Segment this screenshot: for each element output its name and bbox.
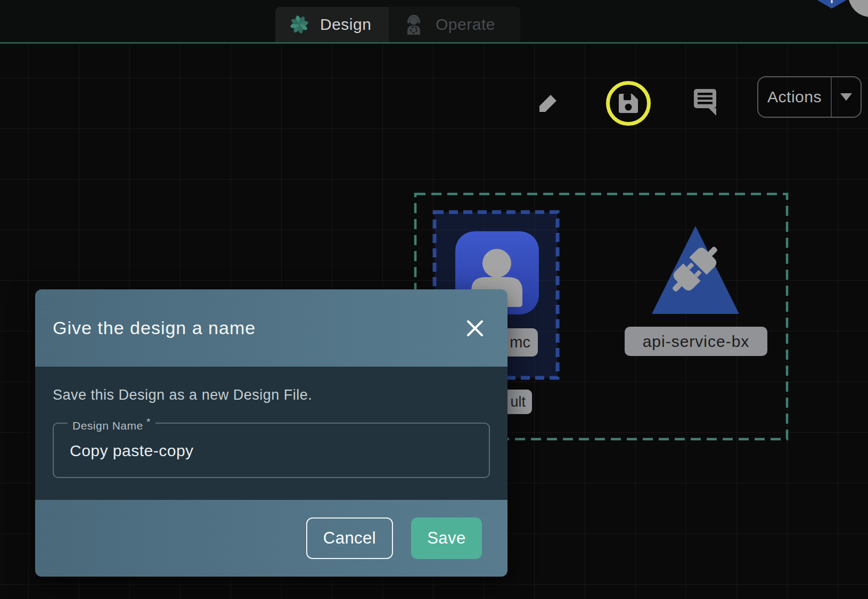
app-window: mc ult api-service-bx Actions bbox=[0, 0, 868, 599]
floppy-save-icon bbox=[616, 91, 641, 116]
tab-operate-label: Operate bbox=[436, 15, 495, 34]
chevron-down-icon bbox=[840, 93, 852, 101]
operator-headset-icon bbox=[403, 13, 425, 36]
actions-button-label: Actions bbox=[758, 88, 831, 106]
save-button[interactable] bbox=[606, 81, 651, 126]
modal-description: Save this Design as a new Design File. bbox=[53, 387, 490, 403]
tab-design[interactable]: Design bbox=[275, 7, 389, 42]
save-design-modal: Give the design a name Save this Design … bbox=[35, 289, 507, 577]
modal-header: Give the design a name bbox=[35, 289, 507, 367]
design-name-input[interactable] bbox=[69, 424, 486, 478]
edit-pencil-icon[interactable] bbox=[536, 92, 560, 115]
actions-dropdown-toggle[interactable] bbox=[832, 93, 861, 101]
top-bar: Design Operate bbox=[0, 0, 868, 42]
close-icon[interactable] bbox=[465, 318, 485, 338]
tab-operate[interactable]: Operate bbox=[389, 7, 520, 42]
modal-body: Save this Design as a new Design File. D… bbox=[35, 367, 507, 500]
actions-button[interactable]: Actions bbox=[757, 76, 862, 118]
topbar-underline bbox=[0, 42, 868, 44]
cancel-button[interactable]: Cancel bbox=[306, 517, 393, 559]
modal-footer: Cancel Save bbox=[35, 500, 507, 577]
design-name-field: Design Name * bbox=[53, 423, 490, 478]
save-confirm-button[interactable]: Save bbox=[411, 517, 482, 559]
mode-tabs: Design Operate bbox=[275, 7, 520, 42]
meshery-logo-icon bbox=[289, 14, 309, 35]
avatar[interactable] bbox=[848, 0, 868, 17]
modal-title: Give the design a name bbox=[53, 318, 256, 338]
plug-icon bbox=[666, 240, 724, 298]
tab-design-label: Design bbox=[320, 15, 371, 34]
kubernetes-context-icon[interactable] bbox=[814, 0, 850, 11]
node-label-api-service: api-service-bx bbox=[625, 327, 767, 356]
comment-icon[interactable] bbox=[692, 87, 718, 117]
